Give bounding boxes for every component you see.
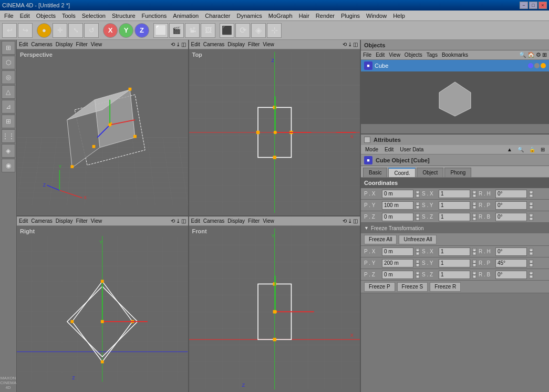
coord-rp-input[interactable]: 0° [495,201,527,210]
freeze-sx-input[interactable]: 1 [439,247,470,256]
attr-icon-lock[interactable]: 🔒 [527,146,537,153]
vp-front-cameras[interactable]: Cameras [203,218,225,224]
obj-home-icon[interactable]: 🏠 [527,51,535,58]
vp-top-edit[interactable]: Edit [191,42,200,47]
coord-sz-input[interactable]: 1 [439,213,470,221]
render-button[interactable]: 🎬 [169,23,184,38]
freeze-py-input[interactable]: 200 m [382,259,413,267]
coord-rp-arrows[interactable]: ▲▼ [529,202,533,209]
scale-tool[interactable]: ⤡ [68,23,83,38]
z-axis-button[interactable]: Z [134,23,149,38]
coord-rh-input[interactable]: 0° [495,190,527,198]
freeze-sy-arrows[interactable]: ▲▼ [472,260,477,267]
vp-icon1[interactable]: ⟲ [171,42,175,47]
attr-menu-mode[interactable]: Mode [363,146,380,153]
obj-dot-blue[interactable] [528,63,533,68]
vp-front-filter[interactable]: Filter [248,218,260,224]
vp-top-filter[interactable]: Filter [248,42,260,47]
deform-tool[interactable]: ◈ [251,23,266,38]
coord-py-arrows[interactable]: ▲▼ [416,202,420,209]
freeze-px-input[interactable]: 0 m [382,247,413,256]
y-axis-button[interactable]: Y [119,23,133,38]
vp-perspective-canvas[interactable]: Perspective [17,49,188,215]
x-axis-button[interactable]: X [103,23,118,38]
vp-right-display[interactable]: Display [56,218,73,224]
freeze-arrow-icon[interactable]: ▼ [364,225,369,231]
coord-px-arrows[interactable]: ▲▼ [416,190,420,198]
vp-front-edit[interactable]: Edit [191,218,200,224]
menu-plugins[interactable]: Plugins [338,12,363,20]
vp-top-display[interactable]: Display [227,42,245,47]
tab-phong[interactable]: Phong [444,168,471,177]
left-btn-tool3[interactable]: ◎ [2,70,15,84]
menu-selection[interactable]: Selection [79,12,109,20]
vp-right-filter[interactable]: Filter [76,218,88,224]
menu-tools[interactable]: Tools [59,12,79,20]
attr-icon-search[interactable]: 🔍 [515,146,526,153]
vp-top-icon3[interactable]: ◫ [353,42,358,47]
obj-config-icon[interactable]: ⚙ [536,51,541,58]
vp-front-icon1[interactable]: ⟲ [343,218,347,224]
vp-right-icon1[interactable]: ⟲ [171,218,175,224]
freeze-py-arrows[interactable]: ▲▼ [416,260,420,267]
coord-sx-arrows[interactable]: ▲▼ [472,190,477,198]
vp-top-canvas[interactable]: Top [189,49,360,215]
vp-perspective-cameras[interactable]: Cameras [31,42,53,47]
cube-tool[interactable]: ⬛ [220,23,234,38]
coord-pz-input[interactable]: 0 m [382,213,413,221]
tab-basic[interactable]: Basic [363,168,387,177]
obj-menu-view[interactable]: View [389,52,400,58]
maximize-button[interactable]: □ [529,2,537,9]
coord-rb-input[interactable]: 0° [495,213,527,221]
vp-top-icon1[interactable]: ⟲ [343,42,347,47]
menu-window[interactable]: Window [363,12,390,20]
freeze-rh-input[interactable]: 0° [495,247,527,256]
menu-mograph[interactable]: MoGraph [265,12,296,20]
freeze-rp-input[interactable]: 45° [495,259,527,267]
menu-help[interactable]: Help [390,12,408,20]
vp-icon2[interactable]: ⤓ [176,42,180,47]
left-btn-select[interactable]: ⊞ [2,41,15,55]
minimize-button[interactable]: − [520,2,528,9]
menu-dynamics[interactable]: Dynamics [234,12,265,20]
attr-icon-add[interactable]: ⊞ [538,146,547,153]
attr-icon-arrow[interactable]: ▲ [505,146,514,153]
obj-menu-tags[interactable]: Tags [427,52,438,58]
left-btn-tool8[interactable]: ◈ [2,144,15,158]
tab-object[interactable]: Object [417,168,443,177]
vp-right-icon3[interactable]: ◫ [181,218,186,224]
coord-sz-arrows[interactable]: ▲▼ [472,213,477,221]
menu-structure[interactable]: Structure [109,12,139,20]
vp-icon3[interactable]: ◫ [181,42,186,47]
vp-right-view[interactable]: View [91,218,102,224]
vp-front-icon2[interactable]: ⤓ [348,218,352,224]
vp-front-view[interactable]: View [263,218,274,224]
freeze-p-button[interactable]: Freeze P [364,282,395,292]
left-btn-tool9[interactable]: ◉ [2,159,15,172]
freeze-sz-input[interactable]: 1 [439,271,470,279]
object-tool[interactable]: ⬜ [153,23,168,38]
coord-rb-arrows[interactable]: ▲▼ [529,213,533,221]
vp-perspective-edit[interactable]: Edit [19,42,28,47]
obj-dot-orange[interactable] [541,63,546,68]
menu-render[interactable]: Render [313,12,338,20]
vp-right-cameras[interactable]: Cameras [31,218,53,224]
coord-py-input[interactable]: 100 m [382,201,413,210]
vp-perspective-filter[interactable]: Filter [76,42,88,47]
obj-dot-gray[interactable] [534,63,540,68]
obj-menu-edit[interactable]: Edit [376,52,385,58]
coord-rh-arrows[interactable]: ▲▼ [529,190,533,198]
freeze-s-button[interactable]: Freeze S [397,282,428,292]
menu-edit[interactable]: Edit [17,12,33,20]
freeze-sx-arrows[interactable]: ▲▼ [472,248,477,255]
menu-functions[interactable]: Functions [139,12,170,20]
vp-top-icon2[interactable]: ⤓ [348,42,352,47]
obj-search-icon[interactable]: 🔍 [519,51,526,58]
freeze-rb-input[interactable]: 0° [495,271,527,279]
vp-perspective-display[interactable]: Display [56,42,73,47]
freeze-rb-arrows[interactable]: ▲▼ [529,271,533,278]
render3-button[interactable]: 🖼 [201,23,215,38]
attr-menu-edit[interactable]: Edit [382,146,396,153]
vp-right-edit[interactable]: Edit [19,218,28,224]
move-tool[interactable]: ✛ [53,23,67,38]
